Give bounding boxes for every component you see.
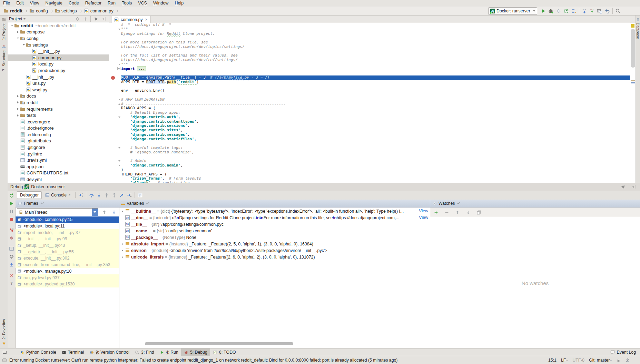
editor-gutter[interactable]	[109, 111, 121, 115]
menu-edit[interactable]: Edit	[13, 0, 27, 7]
menu-navigate[interactable]: Navigate	[42, 0, 66, 7]
frame-item[interactable]: execute, __init__.py:302	[16, 255, 119, 262]
caret-position-widget[interactable]: 15:1	[548, 358, 557, 363]
tree-item-reddit[interactable]: reddit~/cookiecutter/reddit	[8, 22, 109, 29]
tree-item-requirements[interactable]: requirements	[8, 106, 109, 112]
code-area[interactable]: # -*- coding: utf-8 -*-"""Django setting…	[109, 23, 630, 183]
tree-item-dev-yml[interactable]: dev.yml	[8, 176, 109, 183]
frame-item[interactable]: <module>, pydevd.py:1530	[16, 281, 119, 287]
tool-tab-python-console[interactable]: Python Console	[17, 348, 59, 356]
step-into-button[interactable]	[95, 191, 103, 199]
highlighting-level-button[interactable]	[625, 358, 630, 363]
editor-gutter[interactable]	[109, 133, 121, 137]
tree-item-wsgi-py[interactable]: wsgi.py	[8, 87, 109, 93]
editor-gutter[interactable]	[109, 49, 121, 54]
tree-item-compose[interactable]: compose	[8, 29, 109, 36]
rollback-button[interactable]	[603, 7, 611, 15]
editor-gutter[interactable]	[109, 163, 121, 168]
editor-gutter[interactable]	[109, 150, 121, 155]
breadcrumb-reddit[interactable]: reddit	[3, 8, 23, 13]
editor-gutter[interactable]	[109, 71, 121, 75]
git-branch-widget[interactable]: Git: master÷	[589, 358, 612, 363]
tree-item-local-py[interactable]: local.py	[8, 61, 109, 68]
help-button[interactable]: ?	[8, 280, 15, 287]
breakpoint-icon[interactable]	[111, 76, 115, 80]
view-breakpoints-button[interactable]	[8, 226, 15, 234]
editor-gutter[interactable]	[109, 75, 121, 80]
vcs-commit-button[interactable]: VCS	[588, 7, 596, 15]
variable-row-unicode_literals[interactable]: unicode_literals = {instance} _Feature: …	[119, 254, 430, 260]
event-log-button[interactable]: Event Log	[610, 348, 636, 356]
editor-gutter[interactable]	[109, 45, 121, 49]
editor-gutter[interactable]	[109, 36, 121, 40]
menu-view[interactable]: View	[27, 0, 42, 7]
frame-item[interactable]: __init__, __init__.py:99	[16, 236, 119, 242]
pause-button[interactable]	[8, 208, 15, 215]
breadcrumb-config[interactable]: config	[29, 8, 49, 13]
tool-tab-todo[interactable]: 6: TODO	[210, 348, 239, 356]
editor-gutter[interactable]	[109, 102, 121, 107]
copy-button[interactable]	[475, 209, 483, 216]
tree-item--editorconfig[interactable]: .editorconfig	[8, 131, 109, 138]
scrollbar-thumb[interactable]	[631, 29, 635, 68]
restore-layout-button[interactable]	[8, 245, 15, 252]
editor-gutter[interactable]	[109, 84, 121, 89]
thread-select[interactable]: MainThread	[17, 208, 98, 216]
variable-row-__builtins__[interactable]: __builtins__ = {dict} {'bytearray': <typ…	[119, 208, 430, 214]
tree-item-tests[interactable]: tests	[8, 112, 109, 119]
previous-frame-button[interactable]	[100, 209, 108, 216]
encoding-widget[interactable]: UTF-8	[572, 358, 584, 363]
stripe-tab-2-favorites[interactable]: 2: Favorites	[0, 317, 8, 347]
fold-icon[interactable]	[118, 117, 120, 118]
close-icon[interactable]: ×	[145, 18, 148, 22]
menu-tools[interactable]: Tools	[119, 0, 135, 7]
editor-gutter[interactable]	[109, 141, 121, 146]
expander-icon[interactable]	[120, 256, 125, 258]
editor-gutter[interactable]	[109, 27, 121, 32]
force-step-into-button[interactable]	[103, 191, 110, 199]
tree-item-urls-py[interactable]: urls.py	[8, 80, 109, 87]
settings-button[interactable]	[8, 253, 15, 260]
menu-help[interactable]: Help	[171, 0, 187, 7]
error-stripe-mark[interactable]	[631, 24, 634, 28]
tool-tab-run[interactable]: 4: Run	[157, 348, 181, 356]
close-button[interactable]	[8, 272, 15, 279]
tree-item--dockerignore[interactable]: .dockerignore	[8, 125, 109, 132]
expander-icon[interactable]	[120, 210, 125, 212]
editor-gutter[interactable]	[109, 168, 121, 172]
editor-gutter[interactable]	[109, 176, 121, 181]
editor-gutter[interactable]	[109, 58, 121, 62]
expander-icon[interactable]	[120, 250, 125, 252]
step-out-button[interactable]	[110, 191, 118, 199]
editor-gutter[interactable]	[109, 128, 121, 133]
move-down-button[interactable]	[464, 209, 472, 216]
fold-icon[interactable]	[118, 147, 120, 149]
variable-row-__name__[interactable]: 18__name__ = {str} 'config.settings.comm…	[119, 228, 430, 234]
mute-breakpoints-button[interactable]	[8, 234, 15, 242]
stop-button[interactable]	[8, 216, 15, 223]
search-button[interactable]	[614, 7, 622, 15]
fold-expand-icon[interactable]: +	[117, 67, 120, 70]
popout-icon[interactable]	[456, 201, 461, 205]
changes-button[interactable]	[596, 7, 603, 15]
run-configs-button[interactable]	[570, 7, 578, 15]
tool-tab-terminal[interactable]: Terminal	[59, 348, 87, 356]
variable-row-environ[interactable]: environ = {module} <module 'environ' fro…	[119, 247, 430, 254]
tree-item-config[interactable]: config	[8, 35, 109, 42]
variable-row-__file__[interactable]: 18__file__ = {str} '/app/config/settings…	[119, 221, 430, 228]
tree-item-docs[interactable]: docs	[8, 93, 109, 100]
menu-run[interactable]: Run	[105, 0, 119, 7]
tree-item-reddit[interactable]: reddit	[8, 99, 109, 106]
status-balloon-icon[interactable]	[2, 358, 7, 363]
move-up-button[interactable]	[454, 209, 461, 216]
settings-button[interactable]	[619, 183, 627, 191]
menu-vcs[interactable]: VCS	[135, 0, 150, 7]
frame-item[interactable]: import_module, __init__.py:37	[16, 229, 119, 236]
tool-window-switcher-button[interactable]	[1, 348, 8, 356]
run-configuration-select[interactable]: dj Docker: runserver	[488, 7, 537, 15]
tree-item-production-py[interactable]: production.py	[8, 67, 109, 74]
editor-gutter[interactable]	[109, 53, 121, 58]
tree-item-CONTRIBUTORS-txt[interactable]: CONTRIBUTORS.txt	[8, 170, 109, 176]
variable-row-__package__[interactable]: 18__package__ = {NoneType} None	[119, 234, 430, 241]
frame-item[interactable]: __getattr__, __init__.py:55	[16, 249, 119, 255]
